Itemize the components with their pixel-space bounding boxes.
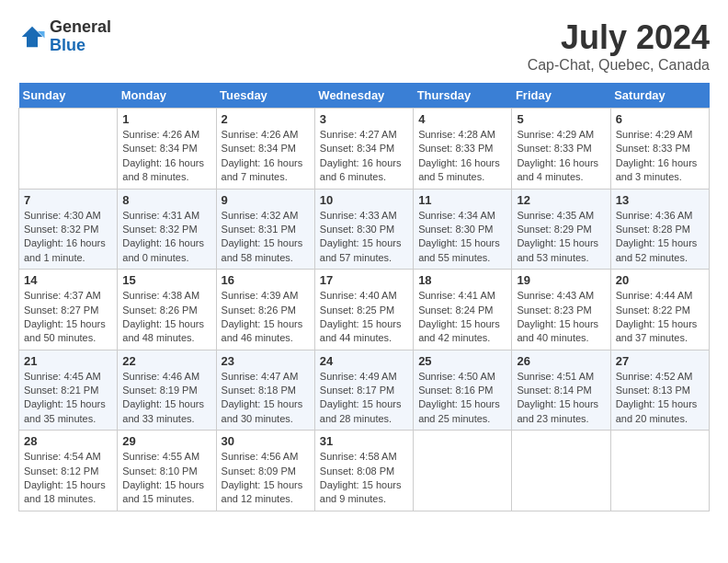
calendar-cell: 7Sunrise: 4:30 AM Sunset: 8:32 PM Daylig…: [19, 189, 118, 270]
day-number: 20: [616, 273, 704, 287]
header-thursday: Thursday: [414, 83, 512, 109]
day-number: 4: [418, 112, 506, 126]
day-number: 8: [122, 193, 210, 207]
day-number: 11: [418, 193, 506, 207]
header-saturday: Saturday: [610, 83, 709, 109]
day-number: 26: [517, 354, 605, 368]
day-number: 18: [418, 273, 506, 287]
day-info: Sunrise: 4:46 AM Sunset: 8:19 PM Dayligh…: [122, 370, 210, 427]
calendar-cell: 31Sunrise: 4:58 AM Sunset: 8:08 PM Dayli…: [314, 431, 413, 511]
day-info: Sunrise: 4:56 AM Sunset: 8:09 PM Dayligh…: [222, 450, 310, 507]
calendar-cell: 12Sunrise: 4:35 AM Sunset: 8:29 PM Dayli…: [512, 189, 610, 270]
header-wednesday: Wednesday: [314, 83, 413, 109]
week-row-2: 7Sunrise: 4:30 AM Sunset: 8:32 PM Daylig…: [19, 189, 710, 270]
calendar-cell: 6Sunrise: 4:29 AM Sunset: 8:33 PM Daylig…: [610, 109, 709, 190]
day-number: 22: [122, 354, 210, 368]
day-number: 21: [24, 354, 112, 368]
day-info: Sunrise: 4:28 AM Sunset: 8:33 PM Dayligh…: [418, 128, 506, 185]
day-info: Sunrise: 4:33 AM Sunset: 8:30 PM Dayligh…: [320, 209, 408, 266]
day-number: 9: [222, 193, 310, 207]
day-info: Sunrise: 4:45 AM Sunset: 8:21 PM Dayligh…: [24, 370, 112, 427]
logo: General Blue: [18, 18, 111, 55]
svg-marker-0: [22, 27, 43, 48]
header-row: SundayMondayTuesdayWednesdayThursdayFrid…: [19, 83, 710, 109]
day-info: Sunrise: 4:38 AM Sunset: 8:26 PM Dayligh…: [122, 289, 210, 346]
day-number: 28: [24, 434, 112, 448]
calendar-cell: 8Sunrise: 4:31 AM Sunset: 8:32 PM Daylig…: [118, 189, 216, 270]
day-number: 12: [517, 193, 605, 207]
day-number: 13: [616, 193, 704, 207]
header-sunday: Sunday: [19, 83, 118, 109]
day-info: Sunrise: 4:49 AM Sunset: 8:17 PM Dayligh…: [320, 370, 408, 427]
week-row-3: 14Sunrise: 4:37 AM Sunset: 8:27 PM Dayli…: [19, 270, 710, 350]
day-info: Sunrise: 4:26 AM Sunset: 8:34 PM Dayligh…: [222, 128, 310, 185]
calendar-cell: [610, 431, 709, 511]
day-number: 24: [320, 354, 408, 368]
main-title: July 2024: [528, 18, 710, 57]
week-row-5: 28Sunrise: 4:54 AM Sunset: 8:12 PM Dayli…: [19, 431, 710, 511]
calendar-cell: 25Sunrise: 4:50 AM Sunset: 8:16 PM Dayli…: [414, 350, 512, 431]
day-info: Sunrise: 4:34 AM Sunset: 8:30 PM Dayligh…: [418, 209, 506, 266]
day-number: 5: [517, 112, 605, 126]
day-info: Sunrise: 4:26 AM Sunset: 8:34 PM Dayligh…: [122, 128, 210, 185]
calendar-cell: [414, 431, 512, 511]
day-number: 2: [222, 112, 310, 126]
calendar-cell: 27Sunrise: 4:52 AM Sunset: 8:13 PM Dayli…: [610, 350, 709, 431]
day-info: Sunrise: 4:29 AM Sunset: 8:33 PM Dayligh…: [616, 128, 704, 185]
calendar-table: SundayMondayTuesdayWednesdayThursdayFrid…: [18, 83, 710, 511]
calendar-cell: 30Sunrise: 4:56 AM Sunset: 8:09 PM Dayli…: [216, 431, 314, 511]
calendar-cell: 14Sunrise: 4:37 AM Sunset: 8:27 PM Dayli…: [19, 270, 118, 350]
calendar-cell: 17Sunrise: 4:40 AM Sunset: 8:25 PM Dayli…: [314, 270, 413, 350]
day-number: 19: [517, 273, 605, 287]
day-info: Sunrise: 4:37 AM Sunset: 8:27 PM Dayligh…: [24, 289, 112, 346]
day-number: 25: [418, 354, 506, 368]
day-info: Sunrise: 4:51 AM Sunset: 8:14 PM Dayligh…: [517, 370, 605, 427]
calendar-cell: 10Sunrise: 4:33 AM Sunset: 8:30 PM Dayli…: [314, 189, 413, 270]
calendar-cell: 26Sunrise: 4:51 AM Sunset: 8:14 PM Dayli…: [512, 350, 610, 431]
calendar-cell: 21Sunrise: 4:45 AM Sunset: 8:21 PM Dayli…: [19, 350, 118, 431]
calendar-cell: 29Sunrise: 4:55 AM Sunset: 8:10 PM Dayli…: [118, 431, 216, 511]
day-info: Sunrise: 4:27 AM Sunset: 8:34 PM Dayligh…: [320, 128, 408, 185]
header-monday: Monday: [118, 83, 216, 109]
logo-general-text: General: [50, 18, 111, 37]
calendar-cell: 15Sunrise: 4:38 AM Sunset: 8:26 PM Dayli…: [118, 270, 216, 350]
day-info: Sunrise: 4:36 AM Sunset: 8:28 PM Dayligh…: [616, 209, 704, 266]
day-number: 29: [122, 434, 210, 448]
day-number: 1: [122, 112, 210, 126]
day-info: Sunrise: 4:43 AM Sunset: 8:23 PM Dayligh…: [517, 289, 605, 346]
calendar-cell: 18Sunrise: 4:41 AM Sunset: 8:24 PM Dayli…: [414, 270, 512, 350]
day-info: Sunrise: 4:29 AM Sunset: 8:33 PM Dayligh…: [517, 128, 605, 185]
day-number: 15: [122, 273, 210, 287]
calendar-cell: 2Sunrise: 4:26 AM Sunset: 8:34 PM Daylig…: [216, 109, 314, 190]
calendar-cell: 22Sunrise: 4:46 AM Sunset: 8:19 PM Dayli…: [118, 350, 216, 431]
day-info: Sunrise: 4:31 AM Sunset: 8:32 PM Dayligh…: [122, 209, 210, 266]
day-info: Sunrise: 4:50 AM Sunset: 8:16 PM Dayligh…: [418, 370, 506, 427]
calendar-cell: [512, 431, 610, 511]
day-info: Sunrise: 4:44 AM Sunset: 8:22 PM Dayligh…: [616, 289, 704, 346]
day-number: 27: [616, 354, 704, 368]
calendar-cell: 19Sunrise: 4:43 AM Sunset: 8:23 PM Dayli…: [512, 270, 610, 350]
day-number: 23: [222, 354, 310, 368]
day-number: 14: [24, 273, 112, 287]
day-number: 17: [320, 273, 408, 287]
calendar-cell: 1Sunrise: 4:26 AM Sunset: 8:34 PM Daylig…: [118, 109, 216, 190]
calendar-cell: 11Sunrise: 4:34 AM Sunset: 8:30 PM Dayli…: [414, 189, 512, 270]
title-area: July 2024 Cap-Chat, Quebec, Canada: [528, 18, 710, 74]
calendar-cell: 20Sunrise: 4:44 AM Sunset: 8:22 PM Dayli…: [610, 270, 709, 350]
calendar-cell: 13Sunrise: 4:36 AM Sunset: 8:28 PM Dayli…: [610, 189, 709, 270]
day-info: Sunrise: 4:58 AM Sunset: 8:08 PM Dayligh…: [320, 450, 408, 507]
day-info: Sunrise: 4:32 AM Sunset: 8:31 PM Dayligh…: [222, 209, 310, 266]
day-info: Sunrise: 4:41 AM Sunset: 8:24 PM Dayligh…: [418, 289, 506, 346]
day-info: Sunrise: 4:54 AM Sunset: 8:12 PM Dayligh…: [24, 450, 112, 507]
day-info: Sunrise: 4:52 AM Sunset: 8:13 PM Dayligh…: [616, 370, 704, 427]
page-header: General Blue July 2024 Cap-Chat, Quebec,…: [18, 18, 710, 74]
calendar-cell: 28Sunrise: 4:54 AM Sunset: 8:12 PM Dayli…: [19, 431, 118, 511]
header-friday: Friday: [512, 83, 610, 109]
week-row-1: 1Sunrise: 4:26 AM Sunset: 8:34 PM Daylig…: [19, 109, 710, 190]
day-info: Sunrise: 4:35 AM Sunset: 8:29 PM Dayligh…: [517, 209, 605, 266]
day-number: 31: [320, 434, 408, 448]
logo-blue-text: Blue: [50, 37, 111, 55]
day-info: Sunrise: 4:47 AM Sunset: 8:18 PM Dayligh…: [222, 370, 310, 427]
header-tuesday: Tuesday: [216, 83, 314, 109]
day-number: 7: [24, 193, 112, 207]
